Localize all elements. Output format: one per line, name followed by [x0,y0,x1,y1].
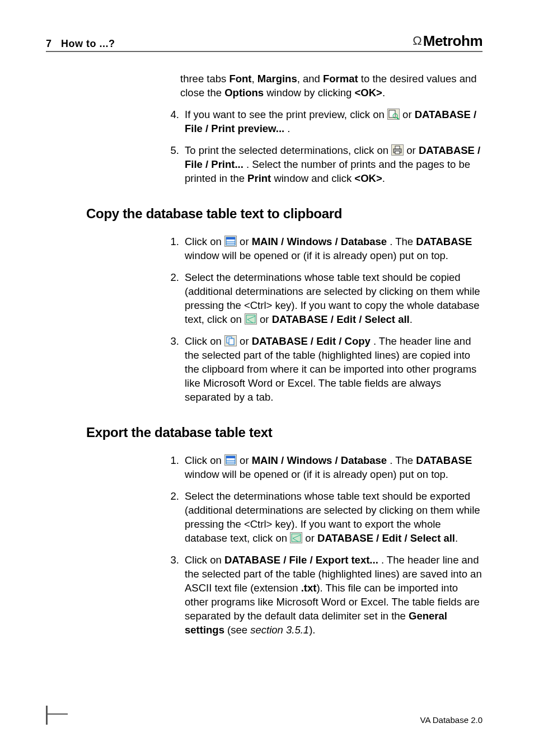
step-number: 4. [158,108,185,136]
brand: Ω Metrohm [413,32,483,50]
step-number: 2. [158,271,185,327]
bold: File [185,123,203,134]
t: . [284,123,290,134]
bold: .txt [301,582,317,594]
copy-step3: 3. Click on or DATABASE / Edit / Copy . … [158,335,483,405]
export-step1: 1. Click on or MAIN / Windows / Database… [158,454,483,482]
t: . [382,172,385,184]
t: Click on [185,554,224,566]
section-heading-copy: Copy the database table text to clipboar… [86,205,483,223]
t: ). [309,624,315,636]
t: . [410,313,413,325]
bold: / [203,123,211,134]
bold: File [185,158,203,170]
bold: / [471,109,476,120]
bold: / [356,313,364,325]
bold: DATABASE [416,454,472,466]
step-number: 3. [158,335,185,405]
svg-rect-12 [229,339,234,345]
bold: Print preview... [211,123,284,134]
bold: Copy [345,335,371,347]
page: 7 How to ...? Ω Metrohm three tabs Font,… [0,0,534,756]
t: or [305,532,317,544]
bold: / [328,313,336,325]
bold: Print [247,172,271,184]
footer-product: VA Database 2.0 [420,715,483,725]
bold: Select all [365,313,410,325]
svg-rect-14 [226,456,235,458]
t: or [240,335,252,347]
bold: MAIN [252,454,278,466]
bold: / [336,335,344,347]
t: Click on [185,236,224,247]
database-window-icon [224,236,237,247]
chapter-number: 7 [46,38,52,49]
copy-step2: 2. Select the determinations whose table… [158,271,483,327]
bold: DATABASE [252,335,308,347]
bold: / [280,554,289,566]
step-number: 5. [158,144,185,186]
bold: Font [229,73,251,84]
bold: Print... [211,158,243,170]
select-all-icon [290,532,302,543]
step-number: 1. [158,235,185,263]
t: or [260,313,272,325]
copy-icon [224,335,237,346]
t: To print the selected determinations, cl… [185,144,391,156]
t: window by clicking [264,87,354,98]
t: (see [224,624,250,636]
page-footer: VA Database 2.0 [46,706,483,725]
database-window-icon [224,454,237,466]
bold: / [401,532,410,544]
bold: Windows [287,454,332,466]
select-all-icon [245,313,257,325]
bold: Database [341,236,387,247]
t: . The [387,454,416,466]
svg-rect-7 [226,237,235,240]
t: . The [387,236,416,247]
print-icon [391,144,404,156]
bold: / [475,144,480,156]
export-step3: 3. Click on DATABASE / File / Export tex… [158,553,483,637]
t: or [406,144,419,156]
bold: Margins [257,73,297,84]
step-number: 1. [158,454,185,482]
bold: Database [341,454,387,466]
t: three tabs [180,73,229,84]
prev-step5: 5. To print the selected determinations,… [158,144,483,186]
bold: File [289,554,307,566]
svg-rect-5 [395,151,400,154]
t: Click on [185,454,224,466]
bold: Windows [287,236,332,247]
prev-step3-tail: three tabs Font, Margins, and Format to … [180,72,483,100]
t: or [240,454,252,466]
t: window will be opened or (if it is alrea… [185,250,448,261]
t: , and [297,73,323,84]
bold: / [278,454,287,466]
bold: Edit [382,532,401,544]
bold: Edit [336,313,356,325]
bold: MAIN [252,236,278,247]
ref-italic: section 3.5.1 [250,624,309,636]
prev-step4: 4. If you want to see the print preview,… [158,108,483,136]
bold: DATABASE [224,554,280,566]
footer-mark-icon [46,706,70,725]
t: or [240,236,252,247]
bold: DATABASE [419,144,475,156]
export-step2: 2. Select the determinations whose table… [158,490,483,546]
t: or [402,109,415,120]
bold: / [332,236,340,247]
bold: / [373,532,382,544]
t: window will be opened or (if it is alrea… [185,468,448,480]
bold: / [307,554,315,566]
bold: <OK> [354,172,382,184]
step-number: 2. [158,490,185,546]
t: Click on [185,335,224,347]
chapter-label: 7 How to ...? [46,38,115,50]
bold: DATABASE [415,109,471,120]
t: , [251,73,257,84]
t: . [382,87,385,98]
bold: / [203,158,211,170]
omega-icon: Ω [413,34,421,48]
step-number: 3. [158,553,185,637]
